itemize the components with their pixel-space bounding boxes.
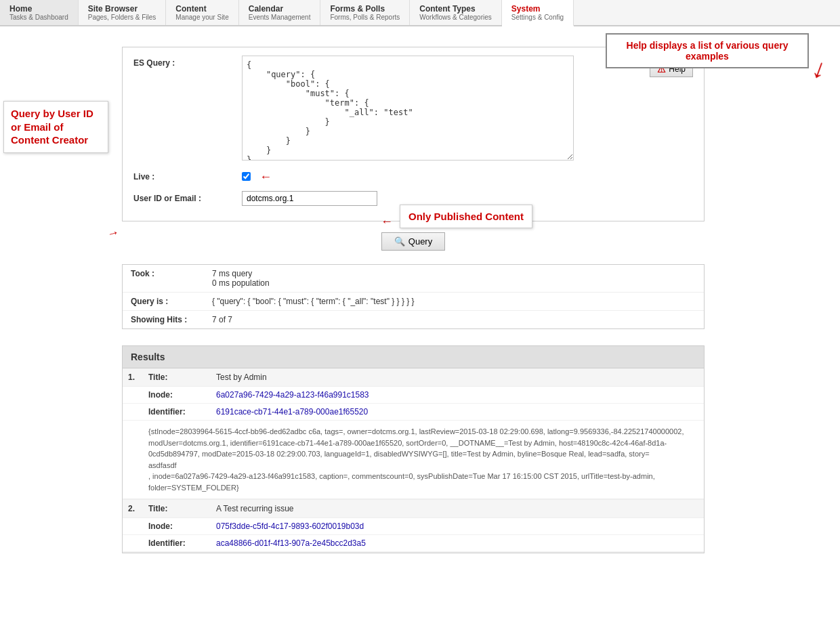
nav-item-content[interactable]: ContentManage your Site [166, 0, 238, 25]
result-item: 2. Title: A Test recurring issue Inode: … [123, 500, 704, 553]
nav-item-system[interactable]: SystemSettings & Config [502, 0, 574, 26]
result-title-row: 2. Title: A Test recurring issue [123, 500, 704, 518]
user-row: User ID or Email : dotcms.org.1 [133, 191, 693, 206]
nav-title-system: System [511, 4, 564, 14]
nav-item-forms-polls[interactable]: Forms & PollsForms, Polls & Reports [320, 0, 410, 25]
nav-sub-home: Tasks & Dashboard [9, 14, 68, 21]
nav-item-content-types[interactable]: Content TypesWorkflows & Categories [410, 0, 502, 25]
help-annotation: Help displays a list of various query ex… [606, 33, 826, 84]
result-title-label: Title: [148, 373, 216, 382]
only-published-arrow: ← [381, 215, 393, 229]
nav-item-home[interactable]: HomeTasks & Dashboard [0, 0, 79, 25]
results-info: Took : 7 ms query 0 ms population Query … [122, 264, 705, 329]
took-value: 7 ms query 0 ms population [212, 269, 696, 288]
nav-sub-site-browser: Pages, Folders & Files [88, 14, 156, 21]
query-icon: 🔍 [394, 236, 405, 247]
result-identifier-label: Identifier: [148, 538, 216, 548]
took-row: Took : 7 ms query 0 ms population [123, 265, 704, 293]
showing-hits-row: Showing Hits : 7 of 7 [123, 311, 704, 328]
top-nav: HomeTasks & DashboardSite BrowserPages, … [0, 0, 840, 26]
live-row: Live : ← [133, 169, 693, 184]
result-item: 1. Title: Test by Admin Inode: 6a027a96-… [123, 368, 704, 500]
nav-item-calendar[interactable]: CalendarEvents Management [239, 0, 321, 25]
result-inode-label: Inode: [148, 390, 216, 400]
result-identifier-label: Identifier: [148, 407, 216, 417]
showing-hits-label: Showing Hits : [131, 315, 212, 324]
result-inode-row: Inode: 6a027a96-7429-4a29-a123-f46a991c1… [123, 387, 704, 404]
query-is-row: Query is : { "query": { "bool": { "must"… [123, 293, 704, 311]
result-identifier-value[interactable]: aca48866-d01f-4f13-907a-2e45bcc2d3a5 [216, 538, 698, 548]
result-num: 2. [128, 504, 148, 513]
result-title-value: A Test recurring issue [216, 504, 698, 513]
user-field: dotcms.org.1 [242, 191, 693, 206]
live-label: Live : [133, 169, 242, 182]
result-identifier-row: Identifier: 6191cace-cb71-44e1-a789-000a… [123, 404, 704, 421]
result-inode-value[interactable]: 075f3dde-c5fd-4c17-9893-602f0019b03d [216, 522, 698, 531]
result-num: 1. [128, 373, 148, 382]
nav-sub-calendar: Events Management [249, 14, 311, 21]
nav-title-forms-polls: Forms & Polls [330, 4, 400, 14]
nav-item-site-browser[interactable]: Site BrowserPages, Folders & Files [79, 0, 167, 25]
query-user-annotation: Query by User ID or Email of Content Cre… [3, 101, 108, 153]
nav-title-calendar: Calendar [249, 4, 311, 14]
result-inode-row: Inode: 075f3dde-c5fd-4c17-9893-602f0019b… [123, 518, 704, 535]
query-is-value: { "query": { "bool": { "must": { "term":… [212, 297, 696, 306]
live-checkbox[interactable] [242, 172, 251, 181]
query-button-label: Query [408, 236, 432, 247]
help-callout-text: Help displays a list of various query ex… [606, 33, 809, 68]
live-arrow: ← [259, 170, 373, 184]
result-title-row: 1. Title: Test by Admin [123, 368, 704, 387]
nav-sub-system: Settings & Config [511, 14, 564, 21]
result-detail: {stInode=28039964-5615-4ccf-bb96-ded62ad… [123, 421, 704, 499]
nav-title-content-types: Content Types [419, 4, 492, 14]
showing-hits-value: 7 of 7 [212, 315, 696, 324]
nav-title-site-browser: Site Browser [88, 4, 156, 14]
result-inode-value[interactable]: 6a027a96-7429-4a29-a123-f46a991c1583 [216, 390, 698, 400]
took-label: Took : [131, 269, 212, 288]
user-input[interactable]: dotcms.org.1 [242, 191, 377, 206]
user-label: User ID or Email : [133, 191, 242, 203]
result-title-label: Title: [148, 504, 216, 513]
nav-sub-forms-polls: Forms, Polls & Reports [330, 14, 400, 21]
result-identifier-value[interactable]: 6191cace-cb71-44e1-a789-000ae1f65520 [216, 407, 698, 417]
nav-title-home: Home [9, 4, 68, 14]
es-query-label: ES Query : [133, 56, 242, 68]
query-btn-row: 🔍 Query [122, 232, 705, 251]
nav-sub-content: Manage your Site [175, 14, 228, 21]
results-list: 1. Title: Test by Admin Inode: 6a027a96-… [123, 368, 704, 553]
query-is-label: Query is : [131, 297, 212, 306]
es-query-field: { "query": { "bool": { "must": { "term":… [242, 56, 632, 163]
nav-sub-content-types: Workflows & Categories [419, 14, 492, 21]
query-button[interactable]: 🔍 Query [381, 232, 445, 251]
results-header: Results [123, 346, 704, 368]
result-title-value: Test by Admin [216, 373, 698, 382]
query-user-arrow: → [106, 225, 121, 242]
live-field: ← [242, 169, 693, 184]
help-arrow: ↓ [808, 52, 831, 85]
only-published-annotation: Only Published Content [400, 205, 532, 228]
result-inode-label: Inode: [148, 522, 216, 531]
es-query-textarea[interactable]: { "query": { "bool": { "must": { "term":… [242, 56, 574, 161]
results-section: Results 1. Title: Test by Admin Inode: 6… [122, 345, 705, 553]
nav-title-content: Content [175, 4, 228, 14]
result-identifier-row: Identifier: aca48866-d01f-4f13-907a-2e45… [123, 535, 704, 552]
